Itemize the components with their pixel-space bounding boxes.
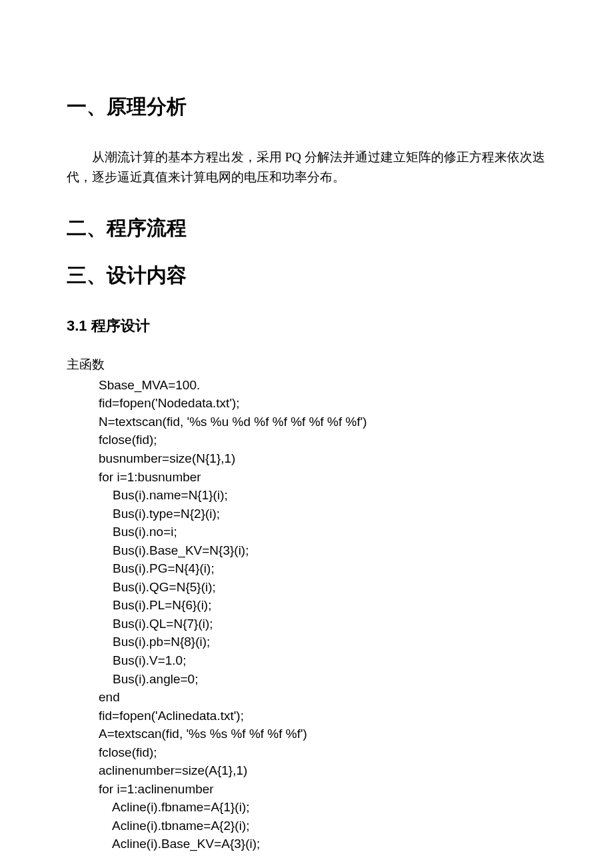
section-2-title: 二、程序流程	[67, 215, 546, 242]
section-1-paragraph: 从潮流计算的基本方程出发，采用 PQ 分解法并通过建立矩阵的修正方程来依次迭代，…	[67, 147, 546, 188]
main-function-label: 主函数	[67, 356, 546, 373]
document-page: 一、原理分析 从潮流计算的基本方程出发，采用 PQ 分解法并通过建立矩阵的修正方…	[0, 0, 613, 868]
section-3-title: 三、设计内容	[67, 262, 546, 289]
code-listing: Sbase_MVA=100. fid=fopen('Nodedata.txt')…	[99, 376, 546, 853]
section-1-title: 一、原理分析	[67, 93, 546, 121]
section-3-1-title: 3.1 程序设计	[67, 316, 546, 336]
